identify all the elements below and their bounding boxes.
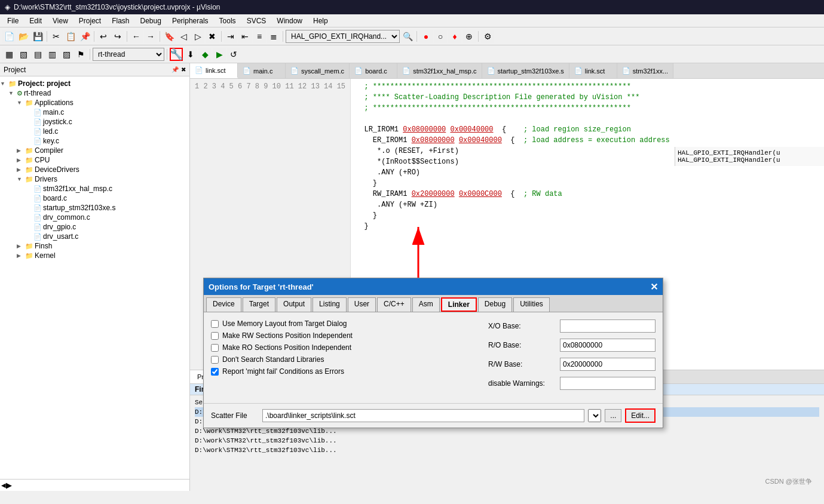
options-dialog[interactable]: Options for Target 'rt-thread' ✕ DeviceT…: [203, 278, 663, 428]
scatter-dropdown[interactable]: [588, 409, 601, 422]
col-align-btn[interactable]: ≡: [253, 30, 266, 43]
tb2-btn5[interactable]: ▨: [60, 48, 73, 61]
menu-item-window[interactable]: Window: [272, 16, 307, 26]
dialog-field-input-disablewarnings[interactable]: [560, 377, 655, 390]
tree-item-main.c[interactable]: 📄 main.c: [0, 107, 189, 117]
options-btn[interactable]: 🔧: [170, 48, 183, 61]
cut-btn[interactable]: ✂: [50, 30, 63, 43]
dialog-checkbox-don'tsearchstan[interactable]: [211, 356, 219, 364]
tab-syscall_mem.c[interactable]: 📄syscall_mem.c: [286, 63, 350, 78]
more-btn[interactable]: ⊕: [462, 30, 476, 43]
dialog-field-input-r/obase[interactable]: [560, 339, 655, 352]
menu-item-help[interactable]: Help: [308, 16, 333, 26]
dialog-tab-asm[interactable]: Asm: [412, 297, 440, 312]
menu-item-edit[interactable]: Edit: [24, 16, 47, 26]
menu-item-view[interactable]: View: [48, 16, 73, 26]
open-btn[interactable]: 📂: [17, 30, 30, 43]
scatter-edit-btn[interactable]: Edit...: [625, 408, 655, 423]
tree-item-compiler[interactable]: ▶📁 Compiler: [0, 146, 189, 155]
clear-bookmark-btn[interactable]: ✖: [206, 30, 219, 43]
dialog-tab-cc[interactable]: C/C++: [377, 297, 411, 312]
fwd-btn[interactable]: →: [144, 30, 157, 43]
dialog-checkbox-makerosectionsp[interactable]: [211, 344, 219, 352]
tb2-btn4[interactable]: ▥: [45, 48, 59, 61]
rebuild-btn[interactable]: ↺: [227, 48, 240, 61]
back-btn[interactable]: ←: [130, 30, 143, 43]
menu-item-tools[interactable]: Tools: [215, 16, 241, 26]
tb2-btn3[interactable]: ▤: [31, 48, 44, 61]
tb2-btn2[interactable]: ▧: [17, 48, 30, 61]
scatter-dots-btn[interactable]: ...: [605, 409, 621, 422]
paste-btn[interactable]: 📌: [78, 30, 91, 43]
tree-item-rt-thread[interactable]: ▼⚙ rt-thread: [0, 88, 189, 98]
tree-item-drivers[interactable]: ▼📁 Drivers: [0, 174, 189, 184]
menu-item-project[interactable]: Project: [74, 16, 106, 26]
tree-item-applications[interactable]: ▼📁 Applications: [0, 98, 189, 107]
sidebar-scroll-right[interactable]: ▶: [6, 481, 12, 490]
redo-btn[interactable]: ↪: [111, 30, 124, 43]
menu-item-svcs[interactable]: SVCS: [242, 16, 271, 26]
tab-startup_stm32f103xe.s[interactable]: 📄startup_stm32f103xe.s: [482, 63, 569, 78]
bookmark-btn[interactable]: 🔖: [163, 30, 176, 43]
sidebar-scroll-left[interactable]: ◀: [1, 482, 6, 488]
tab-stm32f1xx...[interactable]: 📄stm32f1xx...: [617, 63, 673, 78]
scatter-input[interactable]: [262, 409, 584, 422]
tree-item-kernel[interactable]: ▶📁 Kernel: [0, 251, 189, 260]
save-btn[interactable]: 💾: [31, 30, 44, 43]
tab-link.sct[interactable]: 📄link.sct: [190, 63, 238, 78]
tab-link.sct[interactable]: 📄link.sct: [569, 63, 617, 78]
bookmark-prev-btn[interactable]: ◁: [177, 30, 190, 43]
menu-item-flash[interactable]: Flash: [107, 16, 134, 26]
step-btn[interactable]: ♦: [448, 30, 461, 43]
dialog-tab-device[interactable]: Device: [206, 297, 241, 312]
function-select[interactable]: HAL_GPIO_EXTI_IRQHand...: [286, 30, 400, 43]
sidebar-close-btn[interactable]: ✖: [181, 66, 186, 73]
dialog-field-input-x/obase[interactable]: [560, 319, 655, 333]
unindent-btn[interactable]: ⇤: [238, 30, 252, 43]
dialog-checkbox-usememorylayout[interactable]: [211, 320, 219, 328]
tree-item-finsh[interactable]: ▶📁 Finsh: [0, 241, 189, 251]
find-result-4[interactable]: D:\work\STM32\rtt_stm32f103vc\lib...: [195, 436, 819, 445]
copy-btn[interactable]: 📋: [64, 30, 77, 43]
tree-item-led.c[interactable]: 📄 led.c: [0, 127, 189, 136]
sidebar-pin-btn[interactable]: 📌: [171, 66, 179, 73]
tab-main.c[interactable]: 📄main.c: [238, 63, 286, 78]
dialog-checkbox-makerwsectionsp[interactable]: [211, 332, 219, 340]
dialog-tab-debug[interactable]: Debug: [478, 297, 512, 312]
menu-item-debug[interactable]: Debug: [136, 16, 166, 26]
col-align2-btn[interactable]: ≣: [267, 30, 280, 43]
tb2-btn6[interactable]: ⚑: [74, 48, 87, 61]
tree-item-drv_gpio.c[interactable]: 📄 drv_gpio.c: [0, 222, 189, 232]
tab-stm32f1xx_hal_msp.c[interactable]: 📄stm32f1xx_hal_msp.c: [397, 63, 482, 78]
find-btn[interactable]: 🔍: [401, 30, 414, 43]
tree-item-drv_common.c[interactable]: 📄 drv_common.c: [0, 213, 189, 222]
green-btn[interactable]: ◆: [198, 48, 212, 61]
tree-item-cpu[interactable]: ▶📁 CPU: [0, 155, 189, 165]
tree-item-key.c[interactable]: 📄 key.c: [0, 136, 189, 146]
dialog-tab-listing[interactable]: Listing: [313, 297, 347, 312]
tree-item-startup_stm32f103xe.s[interactable]: 📄 startup_stm32f103xe.s: [0, 203, 189, 213]
dialog-tab-utilities[interactable]: Utilities: [513, 297, 550, 312]
dialog-tab-linker[interactable]: Linker: [441, 297, 477, 312]
build-btn[interactable]: ▶: [213, 48, 226, 61]
dialog-tab-output[interactable]: Output: [277, 297, 311, 312]
menu-item-peripherals[interactable]: Peripherals: [167, 16, 213, 26]
dialog-checkbox-report'mightfai[interactable]: [211, 368, 219, 376]
tree-item-project:project[interactable]: ▼📁 Project: project: [0, 79, 189, 88]
run-btn[interactable]: ●: [419, 30, 433, 43]
target-select[interactable]: rt-thread: [93, 48, 164, 61]
undo-btn[interactable]: ↩: [97, 30, 110, 43]
tree-item-devicedrivers[interactable]: ▶📁 DeviceDrivers: [0, 165, 189, 174]
tree-item-stm32f1xx_hal_msp.c[interactable]: 📄 stm32f1xx_hal_msp.c: [0, 184, 189, 193]
stop-btn[interactable]: ○: [434, 30, 447, 43]
tab-board.c[interactable]: 📄board.c: [350, 63, 397, 78]
find-result-5[interactable]: D:\work\STM32\rtt_stm32f103vc\lib...: [195, 445, 819, 455]
menu-item-file[interactable]: File: [2, 16, 23, 26]
tree-item-joystick.c[interactable]: 📄 joystick.c: [0, 117, 189, 127]
tb2-btn1[interactable]: ▦: [2, 48, 16, 61]
dialog-tab-target[interactable]: Target: [243, 297, 275, 312]
bookmark-next-btn[interactable]: ▷: [191, 30, 204, 43]
download-btn[interactable]: ⬇: [184, 48, 197, 61]
dialog-field-input-r/wbase[interactable]: [560, 358, 655, 371]
tree-item-drv_usart.c[interactable]: 📄 drv_usart.c: [0, 232, 189, 241]
